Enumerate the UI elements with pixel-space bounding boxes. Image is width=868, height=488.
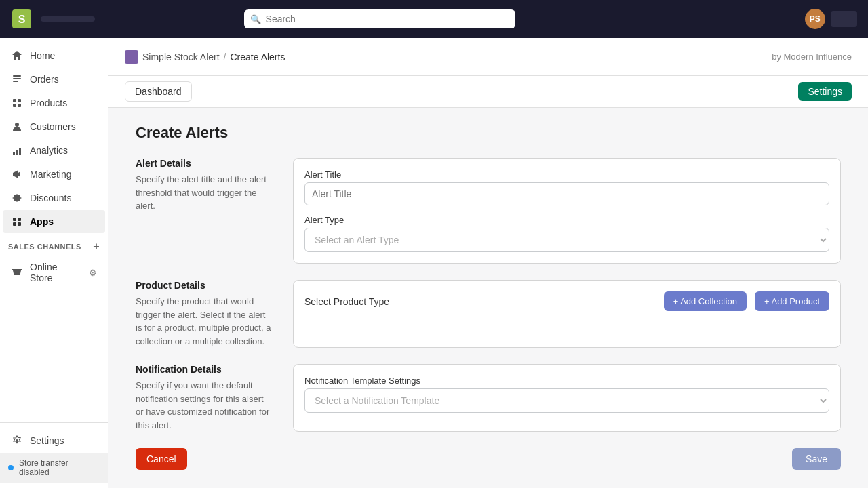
product-details-left: Product Details Specify the product that… (136, 280, 271, 348)
sidebar-bottom: Settings Store transfer disabled (0, 422, 108, 488)
svg-rect-2 (13, 75, 21, 77)
settings-label: Settings (30, 435, 64, 446)
sidebar-item-online-store[interactable]: Online Store ⚙ (3, 256, 105, 289)
svg-rect-11 (16, 150, 18, 155)
store-transfer-bar: Store transfer disabled (0, 453, 108, 483)
sidebar-item-analytics[interactable]: Analytics (3, 139, 105, 162)
add-collection-button[interactable]: + Add Collection (664, 291, 747, 311)
form-title: Create Alerts (136, 124, 841, 142)
alert-details-desc: Specify the alert title and the alert th… (136, 173, 271, 213)
dashboard-button[interactable]: Dashboard (125, 81, 192, 102)
svg-rect-6 (18, 104, 21, 107)
svg-rect-15 (13, 222, 16, 226)
alert-details-left: Alert Details Specify the alert title an… (136, 158, 271, 264)
settings-icon (11, 434, 23, 447)
main-content: Simple Stock Alert / Create Alerts by Mo… (108, 38, 868, 488)
orders-icon (11, 73, 23, 85)
alert-details-title: Alert Details (136, 158, 271, 169)
sidebar-item-apps[interactable]: Apps (3, 210, 105, 233)
sidebar-item-marketing[interactable]: Marketing (3, 163, 105, 186)
svg-text:S: S (18, 14, 26, 25)
notification-details-desc: Specify if you want the default notifica… (136, 379, 271, 432)
layout: Home Orders Products Customers (0, 38, 868, 488)
online-store-settings-icon[interactable]: ⚙ (89, 268, 97, 278)
alert-title-input[interactable] (304, 182, 829, 205)
add-sales-channel-icon[interactable]: + (93, 241, 100, 253)
products-icon (11, 97, 23, 109)
alert-title-group: Alert Title (304, 169, 829, 205)
notification-details-title: Notification Details (136, 364, 271, 375)
app-icon (125, 50, 138, 64)
select-product-type-label: Select Product Type (304, 296, 389, 307)
svg-rect-14 (18, 218, 21, 221)
save-button[interactable]: Save (792, 448, 841, 470)
sidebar-item-discounts[interactable]: Discounts (3, 186, 105, 209)
shopify-logo: S (11, 8, 33, 30)
notification-details-section: Notification Details Specify if you want… (136, 364, 841, 432)
sidebar-item-products[interactable]: Products (3, 92, 105, 115)
sidebar-products-label: Products (30, 98, 67, 108)
notification-details-right: Notification Template Settings Select a … (293, 364, 841, 432)
svg-point-9 (15, 123, 19, 127)
topbar-user[interactable] (831, 11, 857, 27)
sales-channels-label: SALES CHANNELS (8, 243, 81, 251)
search-icon: 🔍 (250, 14, 261, 24)
breadcrumb-current-page: Create Alerts (231, 52, 285, 62)
breadcrumb-app-name: Simple Stock Alert (142, 52, 220, 62)
svg-rect-13 (13, 218, 16, 221)
discounts-icon (11, 192, 23, 204)
sidebar-item-customers[interactable]: Customers (3, 115, 105, 138)
sidebar-customers-label: Customers (30, 121, 76, 132)
breadcrumb-separator: / (224, 52, 226, 62)
store-transfer-label: Store transfer disabled (19, 458, 100, 477)
settings-button[interactable]: Settings (798, 82, 852, 101)
alert-details-section: Alert Details Specify the alert title an… (136, 158, 841, 264)
alert-details-right: Alert Title Alert Type Select an Alert T… (293, 158, 841, 264)
form-area: Create Alerts Alert Details Specify the … (108, 108, 868, 488)
sidebar-item-home[interactable]: Home (3, 44, 105, 67)
sidebar-orders-label: Orders (30, 74, 59, 85)
store-transfer-dot (8, 465, 14, 470)
svg-rect-5 (13, 104, 16, 107)
svg-rect-3 (13, 78, 21, 79)
sidebar-online-store-label: Online Store (30, 262, 82, 283)
add-product-button[interactable]: + Add Product (755, 291, 829, 311)
alert-type-group: Alert Type Select an Alert Type (304, 215, 829, 252)
product-details-title: Product Details (136, 280, 271, 291)
notification-details-left: Notification Details Specify if you want… (136, 364, 271, 432)
topbar-right: PS (805, 9, 857, 29)
apps-icon (11, 216, 23, 228)
notification-template-select[interactable]: Select a Notification Template (304, 388, 829, 413)
sidebar-nav: Home Orders Products Customers (0, 38, 108, 422)
app-header: Simple Stock Alert / Create Alerts by Mo… (108, 38, 868, 76)
sidebar-apps-label: Apps (30, 216, 54, 227)
form-actions: Cancel Save (136, 448, 841, 470)
avatar[interactable]: PS (805, 9, 825, 29)
alert-type-label: Alert Type (304, 215, 829, 225)
search-input[interactable] (244, 9, 515, 28)
marketing-icon (11, 168, 23, 180)
svg-rect-16 (18, 222, 21, 226)
product-type-row: Select Product Type + Add Collection + A… (304, 291, 829, 311)
notification-template-group: Notification Template Settings Select a … (304, 375, 829, 413)
customers-icon (11, 121, 23, 133)
search-container: 🔍 (244, 9, 515, 28)
notification-template-label: Notification Template Settings (304, 375, 829, 386)
svg-rect-10 (13, 152, 15, 155)
alert-type-select[interactable]: Select an Alert Type (304, 228, 829, 252)
cancel-button[interactable]: Cancel (136, 448, 187, 470)
app-author: by Modern Influence (772, 52, 852, 62)
topbar: S 🔍 PS (0, 0, 868, 38)
sidebar-marketing-label: Marketing (30, 169, 71, 180)
alert-title-label: Alert Title (304, 169, 829, 180)
store-name[interactable] (41, 16, 95, 22)
breadcrumb: Simple Stock Alert / Create Alerts (125, 50, 285, 64)
analytics-icon (11, 144, 23, 157)
product-details-section: Product Details Specify the product that… (136, 280, 841, 348)
sidebar-discounts-label: Discounts (30, 192, 71, 203)
sidebar-item-orders[interactable]: Orders (3, 68, 105, 91)
sidebar: Home Orders Products Customers (0, 38, 108, 488)
home-icon (11, 49, 23, 62)
product-details-desc: Specify the product that would trigger t… (136, 295, 271, 348)
sidebar-item-settings[interactable]: Settings (3, 429, 105, 452)
